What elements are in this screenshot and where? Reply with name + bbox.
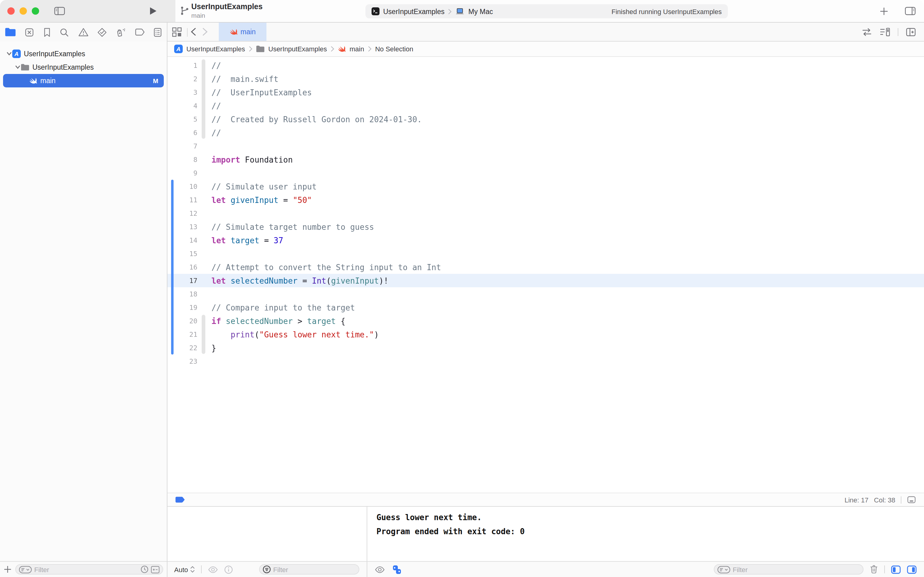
code-line[interactable]: 2// main.swift (167, 72, 924, 85)
line-number[interactable]: 3 (167, 88, 197, 96)
source-control-navigator-icon[interactable] (25, 27, 35, 37)
code-line[interactable]: 18 (167, 287, 924, 301)
code-line[interactable]: 8import Foundation (167, 153, 924, 166)
jump-bar-item[interactable]: main (349, 45, 364, 53)
code-line[interactable]: 23 (167, 355, 924, 368)
console-mode-icon[interactable] (392, 564, 401, 574)
library-add-button[interactable] (879, 6, 889, 16)
tests-navigator-icon[interactable] (97, 27, 107, 37)
disclosure-chevron-icon[interactable] (14, 65, 21, 69)
toggle-inspector-icon[interactable] (905, 6, 916, 16)
jump-bar-item[interactable]: UserInputExamples (268, 45, 327, 53)
line-number[interactable]: 9 (167, 169, 197, 177)
code-line[interactable]: 1// (167, 59, 924, 72)
code-line[interactable]: 15 (167, 247, 924, 260)
go-back-button[interactable] (190, 27, 197, 37)
code-line[interactable]: 4// (167, 99, 924, 113)
activity-view[interactable]: UserInputExamples My Mac Finished runnin… (365, 4, 728, 18)
fold-ribbon[interactable] (202, 59, 205, 139)
console-filter-field[interactable] (714, 564, 863, 575)
recent-files-icon[interactable] (140, 566, 148, 573)
navigator-divider[interactable] (167, 23, 167, 577)
breakpoints-navigator-icon[interactable] (135, 28, 145, 36)
variables-filter-input[interactable] (273, 566, 356, 573)
clear-console-icon[interactable] (869, 565, 878, 574)
change-marker-icon[interactable] (175, 496, 185, 503)
project-navigator-navigator-icon[interactable] (5, 27, 16, 37)
toggle-navigator-icon[interactable] (54, 6, 65, 16)
editor-bottom-bar-toggle-icon[interactable] (907, 496, 916, 504)
show-console-view-icon[interactable] (907, 565, 917, 574)
variables-scope-dropdown[interactable]: Auto (174, 566, 195, 573)
source-editor[interactable]: 1//2// main.swift3// UserInputExamples4/… (167, 57, 924, 493)
code-line[interactable]: 16// Attempt to convert the String input… (167, 260, 924, 274)
zoom-window-button[interactable] (32, 7, 39, 15)
chevron-separator-icon (368, 46, 372, 52)
line-number[interactable]: 8 (167, 156, 197, 163)
run-button[interactable] (149, 7, 157, 15)
go-forward-button[interactable] (202, 27, 208, 37)
code-line[interactable]: 17let selectedNumber = Int(givenInput)! (167, 274, 924, 287)
navigator-filter-input[interactable] (34, 566, 138, 573)
fold-ribbon[interactable] (202, 315, 205, 354)
variables-quicklook-icon[interactable] (208, 566, 218, 573)
run-destination: My Mac (468, 8, 493, 15)
window-title-block: UserInputExamples main (191, 2, 262, 19)
code-line[interactable]: 14let target = 37 (167, 234, 924, 247)
line-number[interactable]: 23 (167, 357, 197, 365)
code-line[interactable]: 9 (167, 166, 924, 180)
code-line[interactable]: 7 (167, 139, 924, 153)
code-line[interactable]: 22} (167, 341, 924, 355)
navigator-filter-field[interactable] (15, 564, 163, 575)
code-line[interactable]: 13// Simulate target number to guess (167, 220, 924, 234)
navigator-row-userinputexamples[interactable]: UserInputExamples (3, 61, 164, 74)
divider (884, 566, 885, 573)
console-filter-input[interactable] (733, 566, 860, 573)
console-divider[interactable] (367, 507, 367, 577)
show-variables-view-icon[interactable] (891, 565, 901, 574)
navigator-bar (0, 23, 167, 42)
tab-main[interactable]: main (219, 23, 266, 41)
variables-filter-field[interactable] (259, 564, 359, 575)
code-line[interactable]: 5// Created by Russell Gordon on 2024-01… (167, 113, 924, 126)
adjust-editor-options-icon[interactable] (879, 27, 890, 36)
code-line[interactable]: 19// Compare input to the target (167, 301, 924, 314)
line-number[interactable]: 1 (167, 61, 197, 69)
close-window-button[interactable] (7, 7, 14, 15)
add-editor-icon[interactable] (906, 27, 916, 36)
debug-navigator-icon[interactable] (116, 27, 126, 37)
code-review-icon[interactable] (862, 27, 872, 36)
console-line: Program ended with exit code: 0 (377, 524, 924, 538)
code-line[interactable]: 6// (167, 126, 924, 139)
code-line[interactable]: 10// Simulate user input (167, 180, 924, 193)
variables-view[interactable] (167, 507, 367, 561)
code-line[interactable]: 11let givenInput = "50" (167, 193, 924, 206)
navigator-row-userinputexamples[interactable]: AUserInputExamples (3, 47, 164, 61)
console-quicklook-icon[interactable] (375, 566, 385, 573)
related-items-icon[interactable] (172, 27, 182, 37)
bookmarks-navigator-icon[interactable] (43, 27, 51, 37)
code-line[interactable]: 12 (167, 206, 924, 220)
line-number[interactable]: 4 (167, 102, 197, 110)
line-number[interactable]: 7 (167, 142, 197, 150)
variables-info-icon[interactable] (224, 565, 233, 574)
line-number[interactable]: 5 (167, 115, 197, 123)
code-line[interactable]: 21 print("Guess lower next time.") (167, 328, 924, 341)
minimize-window-button[interactable] (19, 7, 27, 15)
line-number[interactable]: 6 (167, 129, 197, 137)
jump-bar-item[interactable]: UserInputExamples (187, 45, 245, 53)
disclosure-chevron-icon[interactable] (5, 52, 12, 56)
navigator-row-main[interactable]: mainM (3, 74, 164, 87)
line-number[interactable]: 2 (167, 75, 197, 83)
jump-bar-item[interactable]: No Selection (375, 45, 414, 53)
issues-navigator-icon[interactable] (78, 27, 88, 37)
scheme-terminal-icon (372, 7, 380, 15)
code-line[interactable]: 20if selectedNumber > target { (167, 314, 924, 328)
scheme-name: UserInputExamples (383, 8, 444, 15)
code-line[interactable]: 3// UserInputExamples (167, 85, 924, 99)
add-file-button[interactable] (4, 566, 11, 573)
reports-navigator-icon[interactable] (153, 27, 162, 37)
find-navigator-icon[interactable] (59, 27, 69, 37)
source-control-status-icon[interactable] (151, 566, 159, 573)
console-output[interactable]: Guess lower next time.Program ended with… (367, 507, 924, 561)
